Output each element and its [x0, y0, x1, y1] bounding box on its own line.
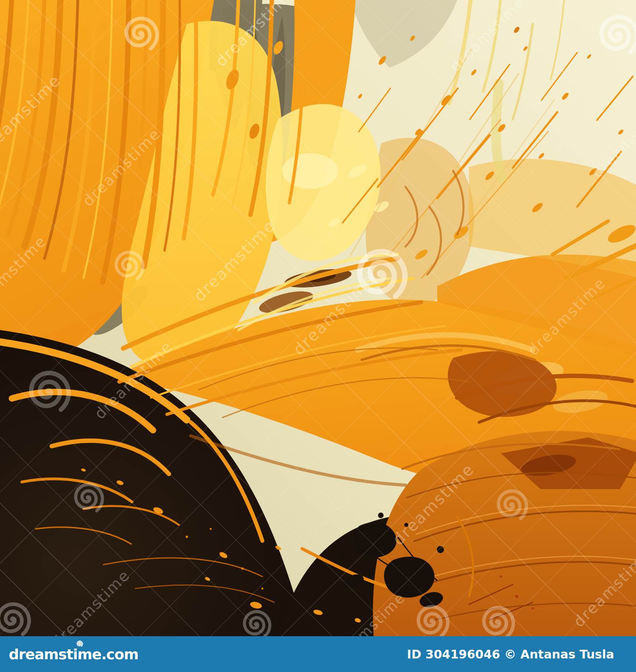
credit-text: ID 304196046 © Antanas Tusla [407, 647, 614, 661]
watermark-text: dreamstime [91, 338, 176, 423]
dreamstime-spiral-watermark-icon [484, 608, 513, 636]
dreamstime-spiral-watermark-icon [76, 484, 102, 511]
dreamstime-spiral-watermark-icon [0, 604, 29, 634]
brand-logo: dreamstime.com [9, 646, 138, 662]
watermark-text: dreamstime [190, 216, 279, 305]
brand-logo-text: dreamstime.com [9, 646, 138, 662]
footer-bar: dreamstime.com ID 304196046 © Antanas Tu… [0, 636, 636, 672]
watermark-text: dreamstime [447, 0, 528, 75]
dreamstime-spiral-watermark-icon [418, 607, 448, 636]
dreamstime-spiral-watermark-icon [601, 17, 636, 52]
dreamstime-spiral-icon-path [77, 641, 82, 646]
stock-photo-page: dreamstimedreamstimedreamstimedreamstime… [0, 0, 636, 672]
watermark-text: dreamstime [48, 566, 134, 636]
dreamstime-spiral-watermark-icon [116, 252, 143, 278]
watermark-text: dreamstime [524, 274, 609, 359]
watermark-text: dreamstime [0, 71, 64, 160]
dreamstime-spiral-watermark-icon [126, 18, 157, 49]
dreamstime-spiral-watermark-icon [244, 612, 270, 636]
watermark-text: dreamstime [79, 125, 164, 210]
watermark-text: dreamstime [589, 100, 636, 181]
watermark-text: dreamstime [389, 460, 478, 549]
dreamstime-spiral-watermark-icon [31, 373, 69, 410]
watermark-layer: dreamstimedreamstimedreamstimedreamstime… [0, 0, 636, 636]
watermark-text: dreamstime [212, 0, 297, 70]
watermark-text: dreamstime [328, 589, 409, 636]
dreamstime-spiral-icon [76, 640, 83, 648]
watermark-text: dreamstime [570, 546, 636, 631]
dreamstime-spiral-watermark-icon [498, 491, 527, 519]
watermark-text: dreamstime [0, 232, 50, 317]
